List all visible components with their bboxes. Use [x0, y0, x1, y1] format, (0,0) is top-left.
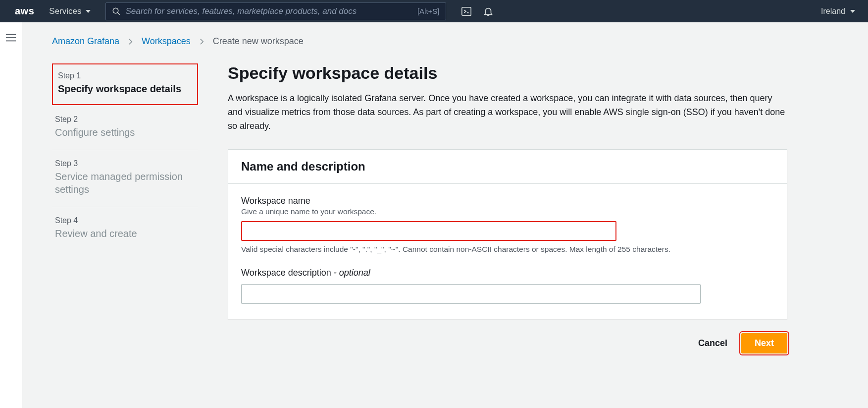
- services-label: Services: [49, 6, 81, 16]
- wizard-footer-actions: Cancel Next: [228, 319, 787, 353]
- global-search[interactable]: [Alt+S]: [105, 2, 446, 20]
- step-title: Service managed permission settings: [55, 170, 195, 196]
- cancel-button[interactable]: Cancel: [695, 333, 730, 353]
- search-shortcut-hint: [Alt+S]: [417, 7, 440, 15]
- wizard-step-4[interactable]: Step 4 Review and create: [52, 207, 198, 251]
- side-panel-toggle[interactable]: [0, 22, 22, 408]
- topbar-utility-icons: [461, 6, 494, 17]
- step-title: Review and create: [55, 227, 195, 240]
- caret-down-icon: [850, 10, 855, 13]
- search-icon: [112, 7, 121, 16]
- caret-down-icon: [86, 10, 91, 13]
- breadcrumb-current: Create new workspace: [213, 36, 304, 47]
- workspace-name-label: Workspace name: [241, 196, 774, 206]
- step-label: Step 3: [55, 159, 195, 168]
- search-input[interactable]: [126, 6, 412, 16]
- svg-point-0: [113, 8, 118, 13]
- wizard-step-1[interactable]: Step 1 Specify workspace details: [52, 63, 198, 105]
- step-label: Step 4: [55, 216, 195, 225]
- workspace-description-label: Workspace description - optional: [241, 268, 774, 278]
- aws-logo[interactable]: aws: [15, 5, 34, 17]
- workspace-description-input[interactable]: [241, 284, 701, 304]
- name-description-panel: Name and description Workspace name Give…: [228, 149, 787, 319]
- page-description: A workspace is a logically isolated Graf…: [228, 92, 787, 133]
- breadcrumb-workspaces-link[interactable]: Workspaces: [142, 36, 191, 47]
- top-navigation-bar: aws Services [Alt+S] Ireland: [0, 0, 868, 22]
- region-label: Ireland: [821, 7, 845, 16]
- main-content: Amazon Grafana Workspaces Create new wor…: [22, 22, 868, 408]
- panel-header: Name and description: [228, 150, 787, 184]
- wizard-steps: Step 1 Specify workspace details Step 2 …: [52, 63, 198, 251]
- wizard-step-2[interactable]: Step 2 Configure settings: [52, 106, 198, 150]
- hamburger-icon: [5, 33, 16, 42]
- notifications-icon[interactable]: [483, 6, 494, 17]
- services-menu-button[interactable]: Services: [44, 3, 95, 19]
- region-selector[interactable]: Ireland: [817, 4, 859, 19]
- svg-line-1: [117, 12, 120, 15]
- workspace-name-input[interactable]: [241, 221, 616, 241]
- workspace-name-help: Valid special characters include "-", ".…: [241, 245, 774, 254]
- chevron-right-icon: [200, 38, 204, 45]
- step-title: Specify workspace details: [58, 82, 192, 95]
- panel-title: Name and description: [241, 160, 774, 174]
- workspace-name-group: Workspace name Give a unique name to you…: [241, 196, 774, 254]
- step-label: Step 1: [58, 71, 192, 80]
- chevron-right-icon: [128, 38, 133, 45]
- breadcrumb: Amazon Grafana Workspaces Create new wor…: [52, 36, 838, 47]
- next-button[interactable]: Next: [741, 333, 787, 353]
- breadcrumb-root-link[interactable]: Amazon Grafana: [52, 36, 119, 47]
- workspace-description-group: Workspace description - optional: [241, 268, 774, 304]
- workspace-name-hint: Give a unique name to your workspace.: [241, 207, 774, 216]
- wizard-main: Specify workspace details A workspace is…: [228, 63, 787, 353]
- page-title: Specify workspace details: [228, 63, 787, 83]
- workspace-description-label-text: Workspace description: [241, 268, 331, 278]
- workspace-description-optional: - optional: [331, 268, 370, 278]
- cloudshell-icon[interactable]: [461, 6, 472, 17]
- wizard-step-3[interactable]: Step 3 Service managed permission settin…: [52, 150, 198, 207]
- step-label: Step 2: [55, 115, 195, 124]
- step-title: Configure settings: [55, 126, 195, 139]
